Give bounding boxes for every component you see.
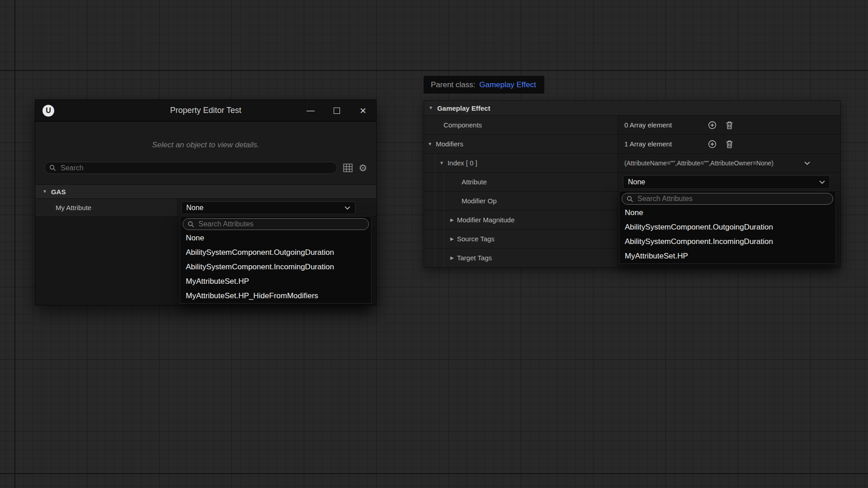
row-modifier-magnitude-name[interactable]: ▶ Modifier Magnitude <box>424 211 618 229</box>
row-source-tags-name[interactable]: ▶ Source Tags <box>424 230 618 248</box>
grid-origin-line-vertical <box>14 0 15 488</box>
array-count: 0 Array element <box>624 121 672 129</box>
row-attribute-name: Attribute <box>424 173 618 191</box>
my-attribute-combobox[interactable]: None <box>181 202 355 214</box>
row-target-tags-name[interactable]: ▶ Target Tags <box>424 249 618 267</box>
indent-guide <box>444 249 444 267</box>
row-modifiers-name[interactable]: ▼ Modifiers <box>424 135 618 153</box>
caret-right-icon: ▶ <box>450 218 454 222</box>
dropdown-item-hp[interactable]: MyAttributeSet.HP <box>180 274 371 289</box>
parent-class-tooltip: Parent class: Gameplay Effect <box>424 76 544 94</box>
dropdown-search-box[interactable] <box>622 193 833 205</box>
dropdown-item-none[interactable]: None <box>180 231 371 245</box>
row-label: Modifiers <box>436 140 463 148</box>
caret-down-icon: ▼ <box>429 106 433 110</box>
window-titlebar[interactable]: U Property Editor Test — × <box>35 100 376 122</box>
row-index-0: ▼ Index [ 0 ] (AttributeName="",Attribut… <box>424 154 840 173</box>
parent-class-label: Parent class: <box>431 80 475 89</box>
add-element-button[interactable] <box>708 121 717 129</box>
attribute-combobox[interactable]: None <box>623 175 830 189</box>
caret-down-icon: ▼ <box>428 142 432 146</box>
search-input[interactable] <box>60 164 332 173</box>
row-modifiers-value: 1 Array element <box>618 135 840 153</box>
row-attribute-value: None <box>618 173 840 191</box>
close-button[interactable]: × <box>350 100 376 121</box>
chevron-down-icon <box>819 180 825 184</box>
dropdown-search-box[interactable] <box>183 218 369 230</box>
dropdown-item-outgoing-duration[interactable]: AbilitySystemComponent.OutgoingDuration <box>180 245 371 260</box>
indent-guide <box>435 211 435 229</box>
minimize-button[interactable]: — <box>297 100 324 121</box>
indent-guide <box>444 192 444 210</box>
category-label: GAS <box>51 188 66 196</box>
row-modifiers: ▼ Modifiers 1 Array element <box>424 135 840 154</box>
row-label: Modifier Op <box>462 197 497 205</box>
search-icon <box>627 196 633 202</box>
dropdown-item-incoming-duration[interactable]: AbilitySystemComponent.IncomingDuration <box>180 260 371 274</box>
struct-preview: (AttributeName="",Attribute="",Attribute… <box>624 160 774 167</box>
dropdown-item-outgoing-duration[interactable]: AbilitySystemComponent.OutgoingDuration <box>619 220 835 235</box>
row-modifier-op-name: Modifier Op <box>424 192 618 210</box>
plus-circle-icon <box>708 121 717 129</box>
maximize-button[interactable] <box>324 100 350 121</box>
property-matrix-button[interactable] <box>343 164 353 172</box>
category-row-gas[interactable]: ▼ GAS <box>35 184 376 199</box>
chevron-down-icon <box>804 161 810 165</box>
row-my-attribute-value: None <box>178 199 376 216</box>
caret-right-icon: ▶ <box>450 237 454 241</box>
row-my-attribute-name: My Attribute <box>35 199 178 216</box>
indent-guide <box>435 154 435 172</box>
window-controls: — × <box>297 100 376 121</box>
plus-circle-icon <box>708 140 717 148</box>
indent-guide <box>444 230 444 248</box>
search-icon <box>49 164 56 171</box>
dropdown-item-incoming-duration[interactable]: AbilitySystemComponent.IncomingDuration <box>619 235 835 249</box>
attribute-dropdown-right: None AbilitySystemComponent.OutgoingDura… <box>619 191 836 264</box>
delete-elements-button[interactable] <box>726 121 733 129</box>
search-box[interactable] <box>44 162 337 174</box>
settings-button[interactable]: ⚙ <box>359 163 367 173</box>
empty-selection-hint: Select an object to view details. <box>35 141 376 150</box>
chevron-down-icon <box>344 206 350 210</box>
dropdown-item-hp[interactable]: MyAttributeSet.HP <box>619 249 835 263</box>
dropdown-search-input[interactable] <box>637 194 828 203</box>
details-search-row: ⚙ <box>44 162 367 174</box>
parent-class-link[interactable]: Gameplay Effect <box>479 80 536 89</box>
delete-elements-button[interactable] <box>726 140 733 148</box>
attribute-dropdown-left: None AbilitySystemComponent.OutgoingDura… <box>180 216 372 304</box>
dropdown-item-none[interactable]: None <box>619 206 835 220</box>
unreal-logo-icon: U <box>42 105 54 117</box>
row-index-0-name[interactable]: ▼ Index [ 0 ] <box>424 154 618 172</box>
row-my-attribute: My Attribute None <box>35 199 376 217</box>
row-label: Components <box>443 121 482 129</box>
caret-right-icon: ▶ <box>450 256 454 260</box>
row-components-value: 0 Array element <box>618 116 840 134</box>
dropdown-item-hp-hide-from-modifiers[interactable]: MyAttributeSet.HP_HideFromModifiers <box>180 289 371 303</box>
row-label: Modifier Magnitude <box>457 216 515 224</box>
minimize-icon: — <box>307 106 315 115</box>
caret-down-icon: ▼ <box>439 161 444 165</box>
maximize-icon <box>334 108 340 114</box>
indent-guide <box>444 211 444 229</box>
trash-icon <box>726 140 733 148</box>
row-attribute: Attribute None <box>424 173 840 192</box>
indent-guide <box>444 173 444 191</box>
search-icon <box>188 221 194 228</box>
grid-origin-line-horizontal <box>0 70 868 71</box>
grid-origin-line-horizontal <box>0 473 868 474</box>
row-components: Components 0 Array element <box>424 116 840 135</box>
row-index-0-value: (AttributeName="",Attribute="",Attribute… <box>618 154 840 172</box>
trash-icon <box>726 121 733 129</box>
gear-icon: ⚙ <box>359 163 367 173</box>
category-row-gameplay-effect[interactable]: ▼ Gameplay Effect <box>424 101 840 116</box>
grid-icon <box>343 164 353 172</box>
element-options-button[interactable] <box>804 161 810 165</box>
indent-guide <box>435 192 435 210</box>
combobox-value: None <box>628 178 645 186</box>
row-label: Index [ 0 ] <box>448 159 477 167</box>
dropdown-search-input[interactable] <box>198 220 364 229</box>
add-element-button[interactable] <box>708 140 717 148</box>
indent-guide <box>435 249 435 267</box>
row-label: My Attribute <box>56 204 91 211</box>
indent-guide <box>435 230 435 248</box>
